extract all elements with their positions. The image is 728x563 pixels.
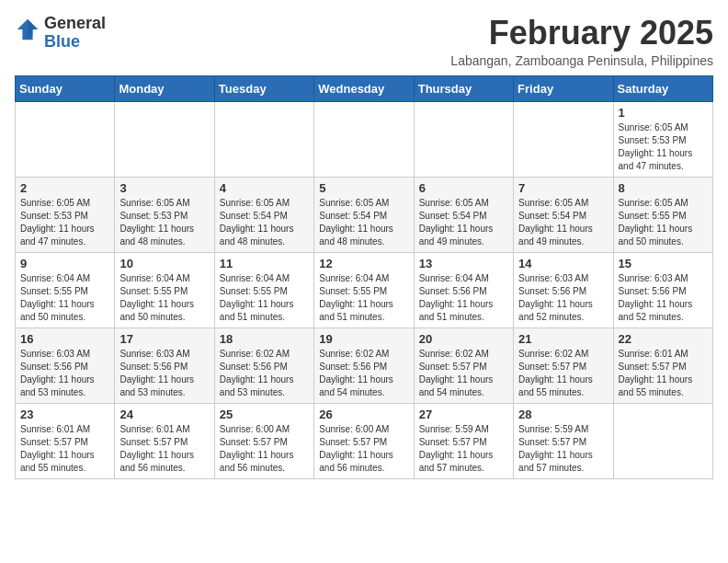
day-info: Sunrise: 6:00 AM Sunset: 5:57 PM Dayligh… bbox=[319, 423, 408, 475]
day-info: Sunrise: 6:05 AM Sunset: 5:55 PM Dayligh… bbox=[619, 197, 708, 248]
day-number: 25 bbox=[220, 408, 309, 421]
calendar-cell bbox=[16, 101, 115, 177]
calendar-cell: 7Sunrise: 6:05 AM Sunset: 5:54 PM Daylig… bbox=[514, 177, 613, 252]
calendar-cell: 3Sunrise: 6:05 AM Sunset: 5:53 PM Daylig… bbox=[115, 177, 214, 252]
day-info: Sunrise: 6:02 AM Sunset: 5:56 PM Dayligh… bbox=[220, 348, 309, 399]
day-info: Sunrise: 6:02 AM Sunset: 5:57 PM Dayligh… bbox=[419, 348, 508, 399]
day-number: 2 bbox=[20, 181, 109, 195]
day-info: Sunrise: 6:04 AM Sunset: 5:55 PM Dayligh… bbox=[220, 272, 309, 324]
day-number: 1 bbox=[619, 106, 708, 120]
calendar-week-row: 23Sunrise: 6:01 AM Sunset: 5:57 PM Dayli… bbox=[16, 403, 713, 478]
calendar-week-row: 1Sunrise: 6:05 AM Sunset: 5:53 PM Daylig… bbox=[16, 101, 713, 177]
day-number: 14 bbox=[518, 257, 608, 270]
day-number: 7 bbox=[518, 181, 608, 195]
day-number: 4 bbox=[220, 181, 309, 195]
day-info: Sunrise: 6:04 AM Sunset: 5:55 PM Dayligh… bbox=[20, 272, 109, 324]
calendar-cell: 4Sunrise: 6:05 AM Sunset: 5:54 PM Daylig… bbox=[214, 177, 313, 252]
day-number: 28 bbox=[518, 408, 608, 421]
day-info: Sunrise: 6:04 AM Sunset: 5:56 PM Dayligh… bbox=[419, 272, 508, 324]
day-info: Sunrise: 5:59 AM Sunset: 5:57 PM Dayligh… bbox=[419, 423, 508, 475]
calendar-cell: 19Sunrise: 6:02 AM Sunset: 5:56 PM Dayli… bbox=[314, 327, 414, 403]
calendar-cell bbox=[514, 101, 613, 177]
calendar-week-row: 2Sunrise: 6:05 AM Sunset: 5:53 PM Daylig… bbox=[16, 177, 713, 252]
calendar-header-saturday: Saturday bbox=[613, 75, 712, 101]
calendar-cell: 26Sunrise: 6:00 AM Sunset: 5:57 PM Dayli… bbox=[314, 403, 414, 478]
day-number: 5 bbox=[319, 181, 408, 195]
calendar-week-row: 9Sunrise: 6:04 AM Sunset: 5:55 PM Daylig… bbox=[16, 252, 713, 327]
logo: General Blue bbox=[15, 15, 106, 52]
day-number: 3 bbox=[119, 181, 209, 195]
calendar-cell bbox=[214, 101, 313, 177]
day-number: 22 bbox=[619, 332, 708, 346]
calendar-cell: 25Sunrise: 6:00 AM Sunset: 5:57 PM Dayli… bbox=[214, 403, 313, 478]
day-number: 18 bbox=[220, 332, 309, 346]
calendar-cell: 17Sunrise: 6:03 AM Sunset: 5:56 PM Dayli… bbox=[115, 327, 214, 403]
day-info: Sunrise: 6:05 AM Sunset: 5:54 PM Dayligh… bbox=[518, 197, 608, 248]
day-number: 24 bbox=[119, 408, 209, 421]
day-number: 11 bbox=[220, 257, 309, 270]
day-info: Sunrise: 6:05 AM Sunset: 5:54 PM Dayligh… bbox=[419, 197, 508, 248]
day-info: Sunrise: 6:04 AM Sunset: 5:55 PM Dayligh… bbox=[319, 272, 408, 324]
calendar-cell: 1Sunrise: 6:05 AM Sunset: 5:53 PM Daylig… bbox=[613, 101, 712, 177]
calendar-header-monday: Monday bbox=[115, 75, 214, 101]
day-number: 15 bbox=[619, 257, 708, 270]
calendar-cell: 6Sunrise: 6:05 AM Sunset: 5:54 PM Daylig… bbox=[414, 177, 513, 252]
calendar-cell bbox=[314, 101, 414, 177]
day-info: Sunrise: 6:01 AM Sunset: 5:57 PM Dayligh… bbox=[20, 423, 109, 475]
page-header: General Blue February 2025 Labangan, Zam… bbox=[15, 15, 713, 68]
calendar-cell: 22Sunrise: 6:01 AM Sunset: 5:57 PM Dayli… bbox=[613, 327, 712, 403]
calendar-cell: 24Sunrise: 6:01 AM Sunset: 5:57 PM Dayli… bbox=[115, 403, 214, 478]
day-number: 9 bbox=[20, 257, 109, 270]
calendar-cell bbox=[414, 101, 513, 177]
day-number: 16 bbox=[20, 332, 109, 346]
day-number: 27 bbox=[419, 408, 508, 421]
calendar-cell bbox=[613, 403, 712, 478]
day-number: 8 bbox=[619, 181, 708, 195]
calendar-cell: 14Sunrise: 6:03 AM Sunset: 5:56 PM Dayli… bbox=[514, 252, 613, 327]
calendar-cell: 15Sunrise: 6:03 AM Sunset: 5:56 PM Dayli… bbox=[613, 252, 712, 327]
calendar-cell: 18Sunrise: 6:02 AM Sunset: 5:56 PM Dayli… bbox=[214, 327, 313, 403]
day-info: Sunrise: 6:03 AM Sunset: 5:56 PM Dayligh… bbox=[518, 272, 608, 324]
day-info: Sunrise: 6:01 AM Sunset: 5:57 PM Dayligh… bbox=[619, 348, 708, 399]
calendar-cell bbox=[115, 101, 214, 177]
day-number: 6 bbox=[419, 181, 508, 195]
calendar-header-tuesday: Tuesday bbox=[214, 75, 313, 101]
calendar-cell: 16Sunrise: 6:03 AM Sunset: 5:56 PM Dayli… bbox=[16, 327, 115, 403]
day-info: Sunrise: 6:02 AM Sunset: 5:56 PM Dayligh… bbox=[319, 348, 408, 399]
day-number: 19 bbox=[319, 332, 408, 346]
month-year-title: February 2025 bbox=[450, 15, 713, 52]
calendar-header-sunday: Sunday bbox=[16, 75, 115, 101]
calendar-cell: 8Sunrise: 6:05 AM Sunset: 5:55 PM Daylig… bbox=[613, 177, 712, 252]
calendar-header-row: SundayMondayTuesdayWednesdayThursdayFrid… bbox=[16, 75, 713, 101]
calendar-cell: 28Sunrise: 5:59 AM Sunset: 5:57 PM Dayli… bbox=[514, 403, 613, 478]
calendar-table: SundayMondayTuesdayWednesdayThursdayFrid… bbox=[15, 75, 713, 479]
logo-icon bbox=[15, 17, 40, 42]
day-info: Sunrise: 6:05 AM Sunset: 5:54 PM Dayligh… bbox=[220, 197, 309, 248]
day-info: Sunrise: 5:59 AM Sunset: 5:57 PM Dayligh… bbox=[518, 423, 608, 475]
logo-text: General Blue bbox=[44, 15, 106, 52]
calendar-cell: 20Sunrise: 6:02 AM Sunset: 5:57 PM Dayli… bbox=[414, 327, 513, 403]
day-info: Sunrise: 6:05 AM Sunset: 5:53 PM Dayligh… bbox=[619, 121, 708, 173]
calendar-cell: 12Sunrise: 6:04 AM Sunset: 5:55 PM Dayli… bbox=[314, 252, 414, 327]
day-info: Sunrise: 6:05 AM Sunset: 5:53 PM Dayligh… bbox=[20, 197, 109, 248]
day-number: 10 bbox=[119, 257, 209, 270]
day-number: 23 bbox=[20, 408, 109, 421]
day-info: Sunrise: 6:00 AM Sunset: 5:57 PM Dayligh… bbox=[220, 423, 309, 475]
day-info: Sunrise: 6:04 AM Sunset: 5:55 PM Dayligh… bbox=[119, 272, 209, 324]
day-info: Sunrise: 6:02 AM Sunset: 5:57 PM Dayligh… bbox=[518, 348, 608, 399]
day-number: 20 bbox=[419, 332, 508, 346]
calendar-cell: 9Sunrise: 6:04 AM Sunset: 5:55 PM Daylig… bbox=[16, 252, 115, 327]
calendar-header-thursday: Thursday bbox=[414, 75, 513, 101]
day-info: Sunrise: 6:05 AM Sunset: 5:54 PM Dayligh… bbox=[319, 197, 408, 248]
day-number: 12 bbox=[319, 257, 408, 270]
calendar-cell: 5Sunrise: 6:05 AM Sunset: 5:54 PM Daylig… bbox=[314, 177, 414, 252]
calendar-cell: 10Sunrise: 6:04 AM Sunset: 5:55 PM Dayli… bbox=[115, 252, 214, 327]
calendar-cell: 27Sunrise: 5:59 AM Sunset: 5:57 PM Dayli… bbox=[414, 403, 513, 478]
calendar-cell: 21Sunrise: 6:02 AM Sunset: 5:57 PM Dayli… bbox=[514, 327, 613, 403]
day-info: Sunrise: 6:01 AM Sunset: 5:57 PM Dayligh… bbox=[119, 423, 209, 475]
calendar-header-wednesday: Wednesday bbox=[314, 75, 414, 101]
calendar-cell: 11Sunrise: 6:04 AM Sunset: 5:55 PM Dayli… bbox=[214, 252, 313, 327]
day-number: 17 bbox=[119, 332, 209, 346]
calendar-header-friday: Friday bbox=[514, 75, 613, 101]
day-info: Sunrise: 6:03 AM Sunset: 5:56 PM Dayligh… bbox=[20, 348, 109, 399]
